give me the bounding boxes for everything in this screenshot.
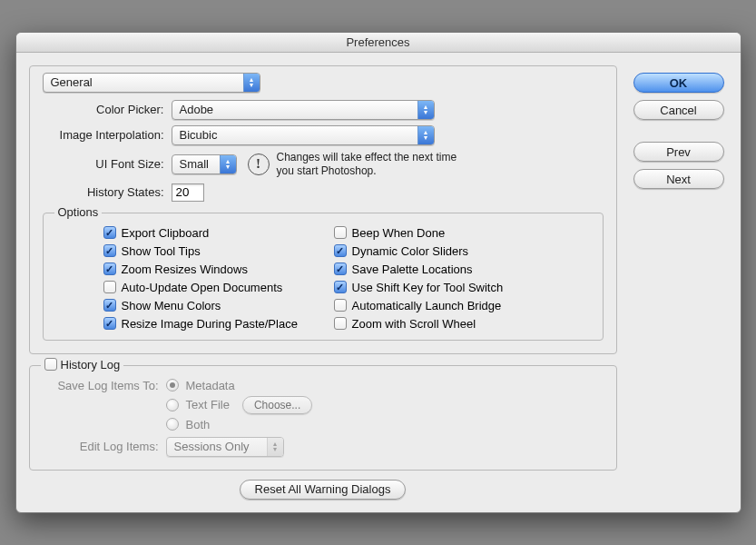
option-label: Automatically Launch Bridge <box>352 299 502 312</box>
general-group: General Color Picker: Adobe Image Interp… <box>29 65 617 354</box>
history-log-checkbox[interactable] <box>44 358 57 371</box>
option-checkbox[interactable] <box>334 263 347 275</box>
image-interp-popup[interactable]: Bicubic <box>172 125 435 145</box>
color-picker-popup[interactable]: Adobe <box>172 100 435 120</box>
option-row: Dynamic Color Sliders <box>334 244 504 258</box>
option-label: Export Clipboard <box>122 226 210 240</box>
option-row: Zoom Resizes Windows <box>103 263 327 276</box>
option-row: Export Clipboard <box>103 226 327 240</box>
edit-log-label: Edit Log Items: <box>43 440 159 453</box>
option-checkbox[interactable] <box>334 281 347 293</box>
image-interp-label: Image Interpolation: <box>43 128 164 142</box>
popup-arrows-icon <box>417 101 434 119</box>
option-checkbox[interactable] <box>103 281 116 293</box>
prev-button[interactable]: Prev <box>633 142 724 162</box>
option-row: Show Tool Tips <box>103 244 327 258</box>
side-buttons: OK Cancel Prev Next <box>633 65 724 500</box>
option-row: Show Menu Colors <box>103 299 327 312</box>
option-label: Dynamic Color Sliders <box>352 244 469 258</box>
popup-arrows-icon <box>267 438 283 456</box>
preferences-window: Preferences General Color Picker: Adobe … <box>15 32 741 513</box>
section-popup[interactable]: General <box>43 73 260 93</box>
option-label: Resize Image During Paste/Place <box>122 317 298 331</box>
option-checkbox[interactable] <box>334 244 347 257</box>
font-note: Changes will take effect the next time y… <box>277 151 476 178</box>
reset-warnings-button[interactable]: Reset All Warning Dialogs <box>240 480 407 500</box>
ui-font-popup[interactable]: Small <box>172 154 237 174</box>
edit-log-value: Sessions Only <box>174 440 267 453</box>
option-checkbox[interactable] <box>103 263 116 275</box>
color-picker-label: Color Picker: <box>43 103 164 116</box>
history-log-legend: History Log <box>61 358 121 372</box>
option-row: Auto-Update Open Documents <box>103 281 327 294</box>
save-log-label: Save Log Items To: <box>43 379 159 392</box>
color-picker-value: Adobe <box>180 103 417 116</box>
radio-metadata[interactable] <box>166 379 179 391</box>
option-checkbox[interactable] <box>103 226 116 239</box>
option-row: Resize Image During Paste/Place <box>103 317 327 331</box>
option-row: Use Shift Key for Tool Switch <box>334 281 504 294</box>
ok-button[interactable]: OK <box>633 73 724 93</box>
radio-textfile-label: Text File <box>186 398 230 411</box>
options-fieldset: Options Export ClipboardShow Tool TipsZo… <box>43 213 604 341</box>
option-checkbox[interactable] <box>334 317 347 330</box>
section-popup-value: General <box>51 75 243 89</box>
option-row: Save Palette Locations <box>334 263 504 276</box>
option-label: Zoom with Scroll Wheel <box>352 317 476 331</box>
option-label: Beep When Done <box>352 226 446 240</box>
history-states-label: History States: <box>43 185 164 199</box>
window-title: Preferences <box>16 33 741 53</box>
option-label: Zoom Resizes Windows <box>122 263 248 276</box>
popup-arrows-icon <box>243 74 260 92</box>
history-log-fieldset: History Log Save Log Items To: Metadata … <box>29 365 617 471</box>
option-checkbox[interactable] <box>334 299 347 312</box>
image-interp-value: Bicubic <box>180 128 417 142</box>
radio-textfile[interactable] <box>166 399 179 411</box>
option-row: Zoom with Scroll Wheel <box>334 317 504 331</box>
option-row: Automatically Launch Bridge <box>334 299 504 312</box>
popup-arrows-icon <box>220 155 236 173</box>
option-label: Show Menu Colors <box>122 299 221 312</box>
content: General Color Picker: Adobe Image Interp… <box>16 53 741 512</box>
edit-log-popup[interactable]: Sessions Only <box>166 437 284 457</box>
radio-both-label: Both <box>186 418 211 431</box>
cancel-button[interactable]: Cancel <box>633 100 724 120</box>
radio-metadata-label: Metadata <box>186 379 235 392</box>
option-label: Use Shift Key for Tool Switch <box>352 281 504 294</box>
option-label: Save Palette Locations <box>352 263 473 276</box>
option-checkbox[interactable] <box>334 226 347 239</box>
main-column: General Color Picker: Adobe Image Interp… <box>29 65 617 500</box>
option-label: Show Tool Tips <box>122 244 201 258</box>
history-states-input[interactable] <box>172 183 204 202</box>
ui-font-label: UI Font Size: <box>43 157 164 171</box>
ui-font-value: Small <box>180 157 220 171</box>
option-checkbox[interactable] <box>103 299 116 312</box>
radio-both[interactable] <box>166 418 179 431</box>
option-row: Beep When Done <box>334 226 504 240</box>
choose-button[interactable]: Choose... <box>242 396 312 414</box>
option-label: Auto-Update Open Documents <box>122 281 283 294</box>
next-button[interactable]: Next <box>633 169 724 189</box>
option-checkbox[interactable] <box>103 244 116 257</box>
options-legend: Options <box>54 205 103 219</box>
popup-arrows-icon <box>417 126 434 144</box>
alert-icon: ! <box>248 154 270 175</box>
option-checkbox[interactable] <box>103 317 116 330</box>
